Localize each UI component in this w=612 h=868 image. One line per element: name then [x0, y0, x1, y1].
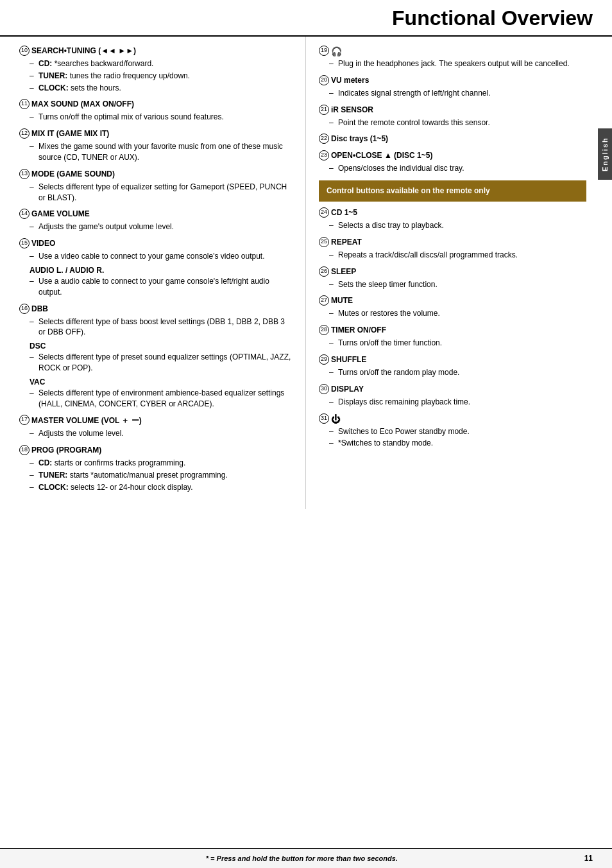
page: English Functional Overview 10 SEARCH•TU… [0, 0, 612, 868]
list-item: *Switches to standby mode. [329, 438, 586, 449]
section-21-list: Point the remote control towards this se… [319, 117, 586, 128]
list-item: Use a video cable to connect to your gam… [30, 251, 293, 262]
section-title-18: PROG (PROGRAM) [31, 446, 101, 455]
section-28: 28 TIMER ON/OFF Turns on/off the timer f… [319, 326, 586, 349]
subsection-title-dsc: DSC [30, 342, 293, 351]
section-30-list: Displays disc remaining playback time. [319, 397, 586, 408]
list-item: Repeats a track/disc/all discs/all progr… [329, 250, 586, 261]
section-23-list: Opens/closes the individual disc tray. [319, 163, 586, 174]
audio-list: Use a audio cable to connect to your gam… [19, 276, 293, 298]
section-29: 29 SHUFFLE Turns on/off the random play … [319, 355, 586, 378]
section-13: 13 MODE (GAME SOUND) Selects different t… [19, 169, 293, 204]
right-column: 19 🎧 Plug in the headphones jack. The sp… [306, 37, 612, 509]
section-num-19: 19 [319, 46, 329, 56]
list-item: CD: *searches backward/forward. [30, 58, 293, 69]
section-title-28: TIMER ON/OFF [331, 326, 386, 334]
list-item: Adjusts the volume level. [30, 428, 293, 439]
section-title-13: MODE (GAME SOUND) [31, 169, 115, 178]
section-num-24: 24 [319, 207, 329, 218]
section-title-20: VU meters [331, 76, 369, 85]
language-label: English [601, 137, 609, 171]
page-footer: * = Press and hold the button for more t… [0, 848, 612, 868]
list-item: Turns on/off the random play mode. [329, 367, 586, 378]
page-title: Functional Overview [392, 6, 593, 30]
section-19-list: Plug in the headphones jack. The speaker… [319, 58, 586, 69]
section-23: 23 OPEN•CLOSE ▲ (DISC 1~5) Opens/closes … [319, 151, 586, 174]
section-num-12: 12 [19, 128, 30, 139]
section-15-list: Use a video cable to connect to your gam… [19, 251, 293, 262]
list-item: CLOCK: sets the hours. [30, 83, 293, 94]
section-title-29: SHUFFLE [331, 355, 366, 364]
section-18: 18 PROG (PROGRAM) CD: starts or confirms… [19, 446, 293, 492]
section-num-17: 17 [19, 415, 30, 425]
section-num-10: 10 [19, 46, 30, 56]
section-15: 15 VIDEO Use a video cable to connect to… [19, 239, 293, 297]
section-title-31: ⏻ [331, 414, 340, 424]
main-content: 10 SEARCH•TUNING (◄◄ ►►) CD: *searches b… [0, 37, 612, 548]
section-13-list: Selects different type of equalizer sett… [19, 182, 293, 204]
list-item: Selects different type of preset sound e… [30, 352, 293, 374]
section-num-23: 23 [319, 150, 329, 161]
section-19: 19 🎧 Plug in the headphones jack. The sp… [319, 46, 586, 69]
section-14: 14 GAME VOLUME Adjusts the game's output… [19, 209, 293, 232]
section-12-list: Mixes the game sound with your favorite … [19, 141, 293, 163]
section-29-list: Turns on/off the random play mode. [319, 367, 586, 378]
section-num-30: 30 [319, 384, 329, 394]
section-num-26: 26 [319, 266, 329, 277]
list-item: Plug in the headphones jack. The speaker… [329, 58, 586, 69]
section-title-12: MIX IT (GAME MIX IT) [31, 129, 109, 138]
section-26-list: Sets the sleep timer function. [319, 279, 586, 290]
section-num-14: 14 [19, 209, 30, 219]
section-title-30: DISPLAY [331, 385, 364, 394]
control-banner: Control buttons available on the remote … [319, 180, 586, 202]
list-item: Opens/closes the individual disc tray. [329, 163, 586, 174]
section-27: 27 MUTE Mutes or restores the volume. [319, 296, 586, 319]
list-item: Mutes or restores the volume. [329, 308, 586, 319]
left-column: 10 SEARCH•TUNING (◄◄ ►►) CD: *searches b… [0, 37, 306, 509]
list-item: Turns on/off the optimal mix of various … [30, 112, 293, 123]
list-item: TUNER: tunes the radio frequency up/down… [30, 71, 293, 82]
dsc-list: Selects different type of preset sound e… [19, 352, 293, 374]
language-tab: English [598, 128, 612, 180]
section-title-23: OPEN•CLOSE ▲ (DISC 1~5) [331, 151, 432, 160]
section-24-list: Selects a disc tray to playback. [319, 220, 586, 231]
list-item: Use a audio cable to connect to your gam… [30, 276, 293, 298]
section-16: 16 DBB Selects different type of bass bo… [19, 304, 293, 410]
section-21: 21 iR SENSOR Point the remote control to… [319, 105, 586, 128]
section-17-list: Adjusts the volume level. [19, 428, 293, 439]
section-num-22: 22 [319, 134, 329, 144]
section-num-11: 11 [19, 99, 30, 109]
section-title-15: VIDEO [31, 239, 55, 248]
section-num-29: 29 [319, 354, 329, 365]
section-title-11: MAX SOUND (MAX ON/OFF) [31, 100, 134, 108]
list-item: Indicates signal strength of left/right … [329, 88, 586, 99]
section-title-10: SEARCH•TUNING (◄◄ ►►) [31, 46, 136, 55]
section-31: 31 ⏻ Switches to Eco Power standby mode.… [319, 414, 586, 449]
list-item: Turns on/off the timer function. [329, 338, 586, 349]
page-header: Functional Overview [0, 0, 612, 37]
section-11-list: Turns on/off the optimal mix of various … [19, 112, 293, 123]
list-item: Sets the sleep timer function. [329, 279, 586, 290]
section-title-26: SLEEP [331, 267, 356, 276]
section-title-21: iR SENSOR [331, 105, 373, 114]
section-title-27: MUTE [331, 296, 353, 305]
list-item: Point the remote control towards this se… [329, 117, 586, 128]
list-item: TUNER: starts *automatic/manual preset p… [30, 470, 293, 481]
footer-note: * = Press and hold the button for more t… [19, 855, 584, 862]
section-10: 10 SEARCH•TUNING (◄◄ ►►) CD: *searches b… [19, 46, 293, 93]
vac-list: Selects different type of environment am… [19, 388, 293, 410]
list-item: Selects different type of bass boost lev… [30, 317, 293, 338]
section-25: 25 REPEAT Repeats a track/disc/all discs… [319, 238, 586, 261]
section-17: 17 MASTER VOLUME (VOL ＋ ー) Adjusts the v… [19, 415, 293, 439]
section-num-16: 16 [19, 304, 30, 314]
list-item: CD: starts or confirms tracks programmin… [30, 458, 293, 469]
section-28-list: Turns on/off the timer function. [319, 338, 586, 349]
page-number: 11 [584, 854, 593, 863]
section-num-18: 18 [19, 445, 30, 455]
list-item: Mixes the game sound with your favorite … [30, 141, 293, 163]
section-22: 22 Disc trays (1~5) [319, 134, 586, 144]
section-10-list: CD: *searches backward/forward. TUNER: t… [19, 58, 293, 93]
section-14-list: Adjusts the game's output volume level. [19, 221, 293, 232]
section-num-31: 31 [319, 413, 329, 424]
list-item: Switches to Eco Power standby mode. [329, 426, 586, 437]
